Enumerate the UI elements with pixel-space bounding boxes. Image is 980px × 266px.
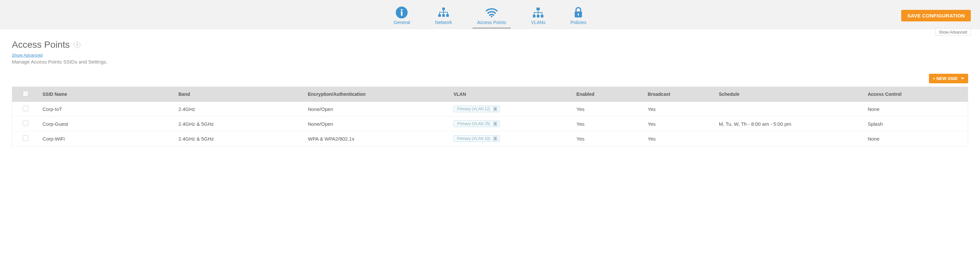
cell-encryption: WPA & WPA2/802.1x [304, 131, 450, 146]
vlan-tag[interactable]: Primary (VLAN 12)X [453, 106, 500, 112]
tab-policies[interactable]: Policies [566, 0, 591, 28]
svg-rect-10 [537, 15, 539, 17]
cell-enabled: Yes [573, 131, 644, 146]
row-checkbox[interactable] [23, 106, 28, 111]
table-row[interactable]: Corp-IoT2.4GHzNone/OpenPrimary (VLAN 12)… [12, 102, 968, 117]
svg-rect-4 [438, 14, 441, 17]
select-all-checkbox[interactable] [23, 91, 28, 97]
col-broadcast[interactable]: Broadcast [644, 87, 715, 102]
page-description: Manage Access Points SSIDs and Settings. [12, 59, 968, 65]
new-ssid-button[interactable]: + NEW SSID [929, 74, 969, 83]
page-header: Access Points ? [12, 40, 968, 50]
show-advanced-top-button[interactable]: Show Advanced [935, 29, 971, 36]
col-encryption[interactable]: Encryption/Authentication [304, 87, 450, 102]
col-band[interactable]: Band [175, 87, 304, 102]
tab-strip: General Network [389, 0, 591, 28]
vlan-tag-remove-icon[interactable]: X [493, 107, 498, 111]
svg-point-1 [401, 9, 402, 11]
lock-icon [573, 6, 583, 19]
col-schedule[interactable]: Schedule [715, 87, 864, 102]
vlan-tag-label: Primary (VLAN 10) [457, 136, 490, 141]
new-ssid-label: + NEW SSID [933, 76, 958, 81]
vlan-tag-label: Primary (VLAN 25) [457, 122, 490, 126]
tab-label: Network [435, 20, 452, 25]
cell-ssid-name: Corp-IoT [39, 102, 175, 117]
vlans-icon [532, 6, 544, 19]
row-checkbox[interactable] [23, 135, 28, 141]
topbar: General Network [0, 0, 980, 29]
tab-label: General [394, 20, 410, 25]
table-row[interactable]: Corp-WiFi2.4GHz & 5GHzWPA & WPA2/802.1xP… [12, 131, 968, 146]
help-icon[interactable]: ? [74, 41, 80, 48]
tab-general[interactable]: General [389, 0, 415, 28]
cell-access-control: None [864, 102, 968, 117]
cell-schedule: M, Tu, W, Th - 8:00 am - 5:00 pm [715, 117, 864, 131]
vlan-tag-remove-icon[interactable]: X [493, 136, 498, 141]
tab-label: VLANs [531, 20, 546, 25]
cell-vlan: Primary (VLAN 12)X [450, 102, 573, 117]
info-icon [396, 6, 407, 19]
network-icon [438, 6, 449, 19]
tab-label: Access Points [477, 20, 506, 25]
vlan-tag[interactable]: Primary (VLAN 25)X [453, 120, 500, 127]
cell-schedule [715, 102, 864, 117]
ssid-table-body: Corp-IoT2.4GHzNone/OpenPrimary (VLAN 12)… [12, 102, 968, 146]
svg-rect-6 [446, 14, 449, 17]
cell-vlan: Primary (VLAN 10)X [450, 131, 573, 146]
cell-broadcast: Yes [644, 102, 715, 117]
cell-access-control: None [864, 131, 968, 146]
cell-band: 2.4GHz [175, 102, 304, 117]
svg-rect-9 [533, 15, 536, 17]
cell-broadcast: Yes [644, 131, 715, 146]
row-checkbox[interactable] [23, 120, 28, 126]
page-title: Access Points [12, 40, 70, 50]
col-access-control[interactable]: Access Control [864, 87, 968, 102]
table-row[interactable]: Corp-Guest2.4GHz & 5GHzNone/OpenPrimary … [12, 117, 968, 131]
table-header-row: SSID Name Band Encryption/Authentication… [12, 87, 968, 102]
cell-enabled: Yes [573, 102, 644, 117]
vlan-tag-label: Primary (VLAN 12) [457, 107, 490, 111]
cell-encryption: None/Open [304, 102, 450, 117]
cell-broadcast: Yes [644, 117, 715, 131]
cell-vlan: Primary (VLAN 25)X [450, 117, 573, 131]
chevron-down-icon [961, 78, 964, 79]
svg-rect-3 [442, 8, 445, 10]
cell-band: 2.4GHz & 5GHz [175, 117, 304, 131]
cell-band: 2.4GHz & 5GHz [175, 131, 304, 146]
show-advanced-link[interactable]: Show Advanced [12, 53, 43, 58]
wifi-icon [485, 6, 498, 19]
vlan-tag-remove-icon[interactable]: X [493, 122, 498, 126]
svg-rect-2 [401, 11, 402, 16]
cell-ssid-name: Corp-WiFi [39, 131, 175, 146]
tab-network[interactable]: Network [430, 0, 457, 28]
page: Access Points ? Show Advanced Manage Acc… [0, 29, 980, 146]
save-configuration-button[interactable]: SAVE CONFIGURATION [901, 10, 971, 21]
svg-rect-5 [442, 14, 445, 17]
ssid-table: SSID Name Band Encryption/Authentication… [12, 87, 968, 146]
table-toolbar: + NEW SSID [12, 74, 968, 83]
cell-ssid-name: Corp-Guest [39, 117, 175, 131]
cell-encryption: None/Open [304, 117, 450, 131]
cell-schedule [715, 131, 864, 146]
tab-access-points[interactable]: Access Points [473, 0, 511, 28]
col-ssid-name[interactable]: SSID Name [39, 87, 175, 102]
cell-enabled: Yes [573, 117, 644, 131]
svg-rect-11 [541, 15, 543, 17]
tab-label: Policies [570, 20, 586, 25]
col-vlan[interactable]: VLAN [450, 87, 573, 102]
cell-access-control: Splash [864, 117, 968, 131]
svg-rect-14 [578, 14, 579, 16]
vlan-tag[interactable]: Primary (VLAN 10)X [453, 135, 500, 142]
svg-rect-8 [536, 8, 540, 10]
col-enabled[interactable]: Enabled [573, 87, 644, 102]
tab-vlans[interactable]: VLANs [527, 0, 550, 28]
svg-point-7 [491, 16, 492, 17]
